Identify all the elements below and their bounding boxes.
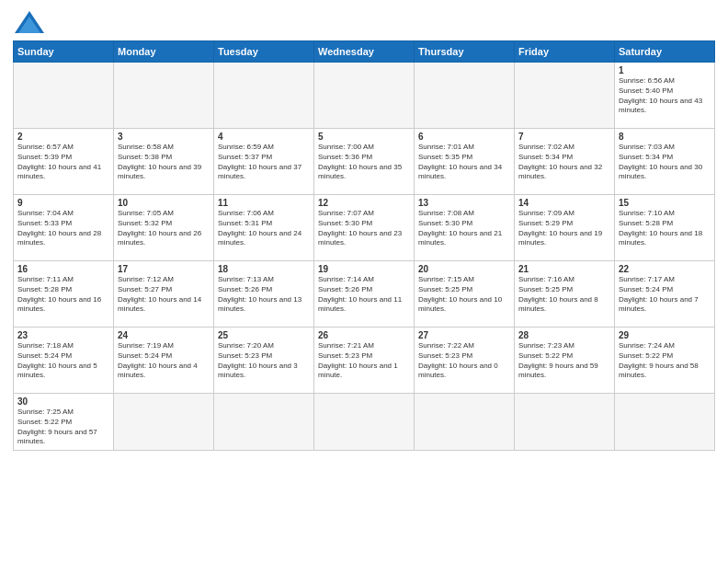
day-info: Sunrise: 7:23 AMSunset: 5:22 PMDaylight:… [518, 341, 610, 381]
week-row-4: 16Sunrise: 7:11 AMSunset: 5:28 PMDayligh… [14, 261, 715, 327]
day-info: Sunrise: 7:06 AMSunset: 5:31 PMDaylight:… [218, 209, 310, 248]
calendar-cell: 20Sunrise: 7:15 AMSunset: 5:25 PMDayligh… [415, 261, 515, 327]
day-number: 4 [218, 132, 310, 142]
calendar-cell [214, 63, 314, 129]
weekday-header-friday: Friday [515, 41, 615, 63]
calendar-cell: 15Sunrise: 7:10 AMSunset: 5:28 PMDayligh… [615, 195, 715, 261]
calendar-cell: 4Sunrise: 6:59 AMSunset: 5:37 PMDaylight… [214, 129, 314, 195]
day-info: Sunrise: 7:05 AMSunset: 5:32 PMDaylight:… [118, 209, 210, 248]
calendar-cell [14, 63, 114, 129]
week-row-6: 30Sunrise: 7:25 AMSunset: 5:22 PMDayligh… [14, 394, 715, 451]
day-info: Sunrise: 7:18 AMSunset: 5:24 PMDaylight:… [17, 341, 109, 381]
logo [13, 9, 50, 35]
day-info: Sunrise: 7:09 AMSunset: 5:29 PMDaylight:… [518, 209, 610, 248]
page: SundayMondayTuesdayWednesdayThursdayFrid… [0, 0, 728, 563]
day-number: 28 [518, 330, 610, 340]
weekday-header-saturday: Saturday [615, 41, 715, 63]
day-info: Sunrise: 7:08 AMSunset: 5:30 PMDaylight:… [418, 209, 510, 248]
day-number: 11 [218, 198, 310, 208]
calendar-cell: 23Sunrise: 7:18 AMSunset: 5:24 PMDayligh… [14, 327, 114, 394]
calendar-cell: 5Sunrise: 7:00 AMSunset: 5:36 PMDaylight… [314, 129, 415, 195]
calendar-cell: 22Sunrise: 7:17 AMSunset: 5:24 PMDayligh… [615, 261, 715, 327]
day-info: Sunrise: 6:56 AMSunset: 5:40 PMDaylight:… [619, 76, 711, 116]
day-info: Sunrise: 7:25 AMSunset: 5:22 PMDaylight:… [17, 408, 109, 447]
day-number: 6 [418, 132, 510, 142]
day-info: Sunrise: 7:20 AMSunset: 5:23 PMDaylight:… [218, 341, 310, 381]
day-number: 22 [619, 264, 711, 274]
calendar-cell [114, 394, 214, 451]
day-number: 10 [118, 198, 210, 208]
calendar-cell [415, 63, 515, 129]
day-number: 7 [518, 132, 610, 142]
day-info: Sunrise: 7:04 AMSunset: 5:33 PMDaylight:… [17, 209, 109, 248]
day-number: 15 [619, 198, 711, 208]
week-row-2: 2Sunrise: 6:57 AMSunset: 5:39 PMDaylight… [14, 129, 715, 195]
calendar-cell: 8Sunrise: 7:03 AMSunset: 5:34 PMDaylight… [615, 129, 715, 195]
day-info: Sunrise: 7:03 AMSunset: 5:34 PMDaylight:… [619, 143, 711, 182]
calendar-cell: 6Sunrise: 7:01 AMSunset: 5:35 PMDaylight… [415, 129, 515, 195]
day-info: Sunrise: 7:00 AMSunset: 5:36 PMDaylight:… [318, 143, 410, 182]
calendar-cell [415, 394, 515, 451]
calendar-cell [214, 394, 314, 451]
day-number: 1 [619, 65, 711, 75]
weekday-header-thursday: Thursday [415, 41, 515, 63]
header [13, 9, 715, 35]
calendar-cell: 18Sunrise: 7:13 AMSunset: 5:26 PMDayligh… [214, 261, 314, 327]
calendar-cell: 28Sunrise: 7:23 AMSunset: 5:22 PMDayligh… [515, 327, 615, 394]
day-info: Sunrise: 7:21 AMSunset: 5:23 PMDaylight:… [318, 341, 410, 381]
day-number: 27 [418, 330, 510, 340]
calendar-cell [314, 394, 415, 451]
day-number: 21 [518, 264, 610, 274]
day-number: 14 [518, 198, 610, 208]
day-info: Sunrise: 7:14 AMSunset: 5:26 PMDaylight:… [318, 275, 410, 315]
calendar-cell: 19Sunrise: 7:14 AMSunset: 5:26 PMDayligh… [314, 261, 415, 327]
day-number: 17 [118, 264, 210, 274]
weekday-header-tuesday: Tuesday [214, 41, 314, 63]
day-number: 23 [17, 330, 109, 340]
day-number: 19 [318, 264, 410, 274]
day-info: Sunrise: 7:19 AMSunset: 5:24 PMDaylight:… [118, 341, 210, 381]
day-info: Sunrise: 6:58 AMSunset: 5:38 PMDaylight:… [118, 143, 210, 182]
week-row-5: 23Sunrise: 7:18 AMSunset: 5:24 PMDayligh… [14, 327, 715, 394]
day-info: Sunrise: 7:12 AMSunset: 5:27 PMDaylight:… [118, 275, 210, 315]
day-number: 13 [418, 198, 510, 208]
calendar-cell: 10Sunrise: 7:05 AMSunset: 5:32 PMDayligh… [114, 195, 214, 261]
week-row-1: 1Sunrise: 6:56 AMSunset: 5:40 PMDaylight… [14, 63, 715, 129]
calendar-cell: 7Sunrise: 7:02 AMSunset: 5:34 PMDaylight… [515, 129, 615, 195]
calendar-cell [515, 63, 615, 129]
calendar-cell: 1Sunrise: 6:56 AMSunset: 5:40 PMDaylight… [615, 63, 715, 129]
calendar-cell: 3Sunrise: 6:58 AMSunset: 5:38 PMDaylight… [114, 129, 214, 195]
calendar-cell [515, 394, 615, 451]
day-number: 9 [17, 198, 109, 208]
day-number: 12 [318, 198, 410, 208]
week-row-3: 9Sunrise: 7:04 AMSunset: 5:33 PMDaylight… [14, 195, 715, 261]
calendar-cell: 9Sunrise: 7:04 AMSunset: 5:33 PMDaylight… [14, 195, 114, 261]
day-info: Sunrise: 7:16 AMSunset: 5:25 PMDaylight:… [518, 275, 610, 315]
day-number: 26 [318, 330, 410, 340]
calendar-cell: 14Sunrise: 7:09 AMSunset: 5:29 PMDayligh… [515, 195, 615, 261]
calendar-cell: 2Sunrise: 6:57 AMSunset: 5:39 PMDaylight… [14, 129, 114, 195]
day-info: Sunrise: 7:02 AMSunset: 5:34 PMDaylight:… [518, 143, 610, 182]
day-number: 20 [418, 264, 510, 274]
day-info: Sunrise: 7:01 AMSunset: 5:35 PMDaylight:… [418, 143, 510, 182]
day-number: 25 [218, 330, 310, 340]
calendar-cell: 17Sunrise: 7:12 AMSunset: 5:27 PMDayligh… [114, 261, 214, 327]
calendar-cell: 11Sunrise: 7:06 AMSunset: 5:31 PMDayligh… [214, 195, 314, 261]
day-info: Sunrise: 7:17 AMSunset: 5:24 PMDaylight:… [619, 275, 711, 315]
calendar-cell: 26Sunrise: 7:21 AMSunset: 5:23 PMDayligh… [314, 327, 415, 394]
day-number: 16 [17, 264, 109, 274]
weekday-header-sunday: Sunday [14, 41, 114, 63]
calendar-cell: 29Sunrise: 7:24 AMSunset: 5:22 PMDayligh… [615, 327, 715, 394]
calendar: SundayMondayTuesdayWednesdayThursdayFrid… [13, 40, 715, 451]
calendar-cell: 30Sunrise: 7:25 AMSunset: 5:22 PMDayligh… [14, 394, 114, 451]
weekday-header-row: SundayMondayTuesdayWednesdayThursdayFrid… [14, 41, 715, 63]
calendar-cell [314, 63, 415, 129]
day-info: Sunrise: 7:22 AMSunset: 5:23 PMDaylight:… [418, 341, 510, 381]
day-info: Sunrise: 7:24 AMSunset: 5:22 PMDaylight:… [619, 341, 711, 381]
weekday-header-wednesday: Wednesday [314, 41, 415, 63]
day-info: Sunrise: 7:13 AMSunset: 5:26 PMDaylight:… [218, 275, 310, 315]
day-number: 30 [17, 396, 109, 407]
day-number: 3 [118, 132, 210, 142]
day-info: Sunrise: 7:10 AMSunset: 5:28 PMDaylight:… [619, 209, 711, 248]
logo-icon [13, 9, 46, 35]
